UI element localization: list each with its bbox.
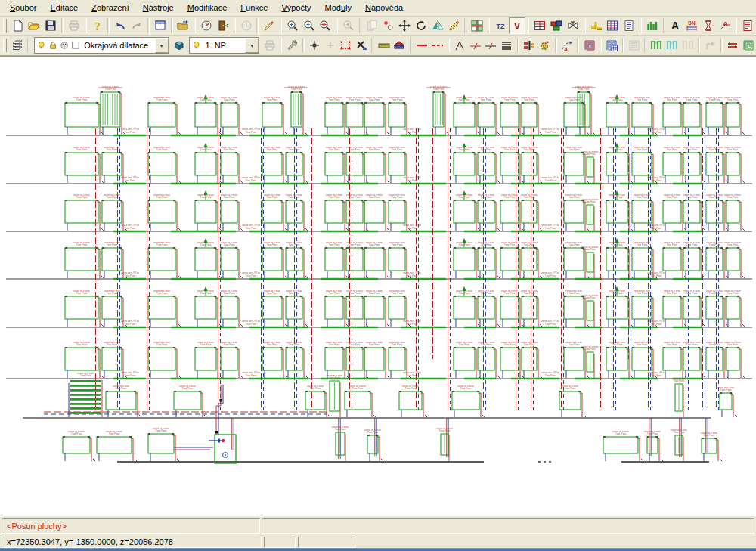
radiator[interactable] [148,153,181,183]
radiator[interactable] [500,296,524,327]
radiator[interactable] [564,296,589,327]
radiator[interactable] [726,296,745,327]
radiator[interactable] [452,392,485,417]
radiator[interactable] [478,296,500,327]
radiator[interactable] [522,296,542,327]
ruler-roof-button[interactable] [392,37,407,54]
lines-angle-button[interactable] [452,37,468,54]
radiator[interactable] [683,348,705,378]
pipes-green-button[interactable] [649,37,665,54]
drawing-canvas[interactable]: xxxxx xxx - PTxxTxxx Pxxxxxxxx xxx - PTx… [0,57,756,516]
open-folder-button[interactable] [26,17,43,34]
radiator[interactable] [221,296,243,327]
table-calc-button[interactable] [604,17,621,34]
radiator[interactable] [364,200,389,231]
radiator[interactable] [305,392,330,417]
list-sheet-button[interactable] [621,17,637,34]
riser-pipe[interactable] [448,128,451,410]
riser-pipe[interactable] [562,128,564,410]
line-cross-button[interactable] [483,37,499,54]
radiator[interactable] [522,153,542,183]
radiator[interactable] [675,384,683,417]
radiator[interactable] [101,92,125,135]
riser-pipe[interactable] [295,128,297,410]
radiator[interactable] [706,296,728,327]
radiator[interactable] [195,200,222,231]
hourglass-GKT-button[interactable]: * [700,17,717,34]
leader-A-button[interactable]: A [717,17,733,34]
riser-pipe[interactable] [433,128,435,359]
radiator[interactable] [262,103,287,135]
radiator[interactable] [522,103,542,135]
radiator[interactable] [632,103,657,135]
radiator[interactable] [195,296,222,327]
radiator[interactable] [454,348,480,378]
folder-export-button[interactable] [175,17,192,34]
radiator[interactable] [663,200,686,231]
help-button[interactable]: ? [89,17,106,34]
radiator[interactable] [663,296,686,327]
coil-red-button[interactable] [581,37,597,54]
radiator[interactable] [325,153,349,183]
line-slash-button[interactable] [467,37,483,54]
riser-pipe[interactable] [218,128,221,410]
radiator[interactable] [262,153,287,183]
radiator[interactable] [632,200,657,231]
riser-pipe[interactable] [531,128,534,410]
radiator[interactable] [564,248,589,278]
new-file-button[interactable] [10,17,26,34]
radiator[interactable] [478,348,500,378]
radiator[interactable] [683,248,705,278]
radiator[interactable] [433,92,449,135]
riser-pipe[interactable] [649,128,651,410]
menu-item-nastroje[interactable]: Nástroje [136,0,181,16]
columns-green-button[interactable] [644,17,661,34]
radiator[interactable] [148,103,181,135]
radiator[interactable] [726,153,745,183]
radiator[interactable] [522,248,542,278]
radiator[interactable] [102,348,127,378]
radiator[interactable] [663,153,686,183]
menu-item-moduly[interactable]: Moduly [318,0,358,16]
radiator[interactable] [663,248,686,278]
radiator[interactable] [632,248,657,278]
menu-item-modifikace[interactable]: Modifikace [181,0,234,16]
radiator[interactable] [441,434,449,461]
radiator[interactable] [364,348,389,378]
radiator[interactable] [663,348,686,378]
menu-item-zobrazeni[interactable]: Zobrazení [85,0,136,16]
radiator[interactable] [606,153,633,183]
menu-item-soubor[interactable]: Soubor [3,0,43,16]
riser-pipe[interactable] [516,128,519,410]
radiator[interactable] [606,200,633,231]
radiator[interactable] [632,296,657,327]
menu-item-funkce[interactable]: Funkce [234,0,274,16]
table-red-button[interactable] [531,17,548,34]
checkbox-icon[interactable] [70,40,82,51]
radiator[interactable] [522,200,542,231]
arrow-dash-A-button[interactable]: A [559,37,575,54]
pipe-red-lines-button[interactable] [725,37,741,54]
radiator[interactable] [221,103,243,135]
radiator[interactable] [325,200,349,231]
radiator[interactable] [454,103,480,135]
radiator[interactable] [478,153,500,183]
radiator[interactable] [683,153,705,183]
snap-point-button[interactable] [380,17,397,34]
radiator[interactable] [148,200,181,231]
radiator[interactable] [262,296,287,327]
rotate-button[interactable] [413,17,429,34]
text-V-button[interactable]: V [509,17,525,34]
crosshair-button[interactable] [307,37,323,54]
save-button[interactable] [42,17,59,34]
radiator[interactable] [500,348,524,378]
move-cross-button[interactable] [396,17,413,34]
radiator[interactable] [706,248,728,278]
radiator[interactable] [367,435,383,461]
layer-combo-dropdown-arrow[interactable]: ▼ [155,38,169,53]
radiator[interactable] [706,348,728,378]
exit-door-button[interactable] [215,17,231,34]
radiator[interactable] [454,200,480,231]
layer-combo[interactable]: Okrajová dilatace▼ [34,37,169,54]
riser-pipe[interactable] [417,128,419,410]
